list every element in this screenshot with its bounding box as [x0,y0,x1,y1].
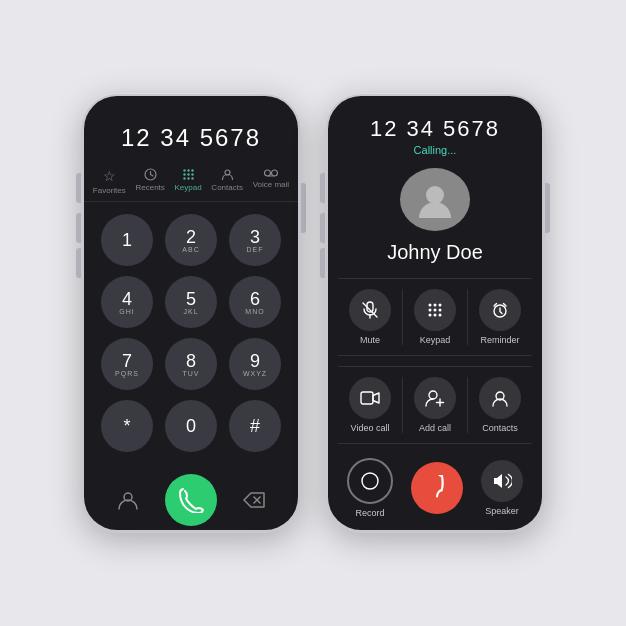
voicemail-icon [264,168,278,178]
svg-point-17 [426,186,444,204]
key-4[interactable]: 4GHI [101,276,153,328]
tab-bar: ☆ Favorites Recents [84,162,298,202]
svg-point-4 [183,173,185,175]
key-1[interactable]: 1 [101,214,153,266]
svg-point-26 [439,309,442,312]
svg-point-22 [434,304,437,307]
key-8[interactable]: 8TUV [165,338,217,390]
reminder-label: Reminder [480,335,519,345]
add-call-button[interactable]: Add call [403,377,467,433]
dialer-contact-icon[interactable] [117,489,139,511]
svg-point-21 [429,304,432,307]
end-call-button[interactable] [411,462,463,514]
calling-number: 12 34 5678 [338,116,532,142]
caller-name: Johny Doe [338,241,532,264]
key-0[interactable]: 0 [165,400,217,452]
mute-button[interactable]: Mute [338,289,402,345]
keypad-grid: 1 2ABC 3DEF 4GHI 5JKL 6MNO 7PQRS 8TUV 9W… [84,202,298,464]
svg-point-28 [434,314,437,317]
keypad-label: Keypad [420,335,451,345]
tab-contacts[interactable]: Contacts [211,168,243,195]
contacts-label: Contacts [482,423,518,433]
svg-rect-31 [361,392,373,404]
calling-status: Calling... [338,144,532,156]
tab-recents[interactable]: Recents [135,168,164,195]
svg-point-27 [429,314,432,317]
keypad-icon-wrap [414,289,456,331]
keypad-tab-icon [182,168,195,181]
svg-point-24 [429,309,432,312]
speaker-icon-wrap [481,460,523,502]
key-6[interactable]: 6MNO [229,276,281,328]
svg-point-1 [183,169,185,171]
dialer-backspace-icon[interactable] [243,492,265,508]
mute-label: Mute [360,335,380,345]
svg-point-12 [271,170,277,176]
favorites-icon: ☆ [103,168,116,184]
tab-voicemail-label: Voice mail [253,180,289,189]
key-hash[interactable]: # [229,400,281,452]
svg-point-6 [191,173,193,175]
record-label: Record [355,508,384,518]
action-row-2: Video call Add call [338,366,532,444]
svg-point-32 [429,391,437,399]
phones-container: 12 34 5678 ☆ Favorites [81,93,545,533]
speaker-label: Speaker [485,506,519,516]
reminder-button[interactable]: Reminder [468,289,532,345]
key-star[interactable]: * [101,400,153,452]
add-call-icon-wrap [414,377,456,419]
svg-point-9 [191,177,193,179]
mute-icon-wrap [349,289,391,331]
tab-contacts-label: Contacts [211,183,243,192]
tab-keypad-label: Keypad [175,183,202,192]
key-9[interactable]: 9WXYZ [229,338,281,390]
svg-point-11 [264,170,270,176]
record-icon-wrap [347,458,393,504]
key-7[interactable]: 7PQRS [101,338,153,390]
contacts-icon-wrap [479,377,521,419]
recents-icon [144,168,157,181]
tab-voicemail[interactable]: Voice mail [253,168,289,195]
svg-point-25 [434,309,437,312]
svg-point-2 [187,169,189,171]
tab-favorites-label: Favorites [93,186,126,195]
dialer-number: 12 34 5678 [84,96,298,162]
keypad-button[interactable]: Keypad [403,289,467,345]
key-2[interactable]: 2ABC [165,214,217,266]
tab-keypad[interactable]: Keypad [175,168,202,195]
phone-dialer: 12 34 5678 ☆ Favorites [81,93,301,533]
speaker-button[interactable]: Speaker [481,460,523,516]
contacts-button[interactable]: Contacts [468,377,532,433]
svg-point-23 [439,304,442,307]
svg-point-29 [439,314,442,317]
video-icon-wrap [349,377,391,419]
key-3[interactable]: 3DEF [229,214,281,266]
video-call-label: Video call [351,423,390,433]
svg-point-7 [183,177,185,179]
calling-screen: 12 34 5678 Calling... Johny Doe [328,96,542,530]
record-button[interactable]: Record [347,458,393,518]
svg-point-8 [187,177,189,179]
dialer-call-button[interactable] [165,474,217,526]
dialer-bottom-bar [84,464,298,530]
key-5[interactable]: 5JKL [165,276,217,328]
add-call-label: Add call [419,423,451,433]
contacts-tab-icon [221,168,234,181]
reminder-icon-wrap [479,289,521,331]
action-row-1: Mute [338,278,532,356]
svg-point-3 [191,169,193,171]
svg-point-5 [187,173,189,175]
phone-calling: 12 34 5678 Calling... Johny Doe [325,93,545,533]
video-call-button[interactable]: Video call [338,377,402,433]
call-bottom-bar: Record [338,458,532,518]
caller-avatar [400,168,470,231]
tab-favorites[interactable]: ☆ Favorites [93,168,126,195]
dialer-screen: 12 34 5678 ☆ Favorites [84,96,298,530]
tab-recents-label: Recents [135,183,164,192]
svg-point-36 [362,473,378,489]
